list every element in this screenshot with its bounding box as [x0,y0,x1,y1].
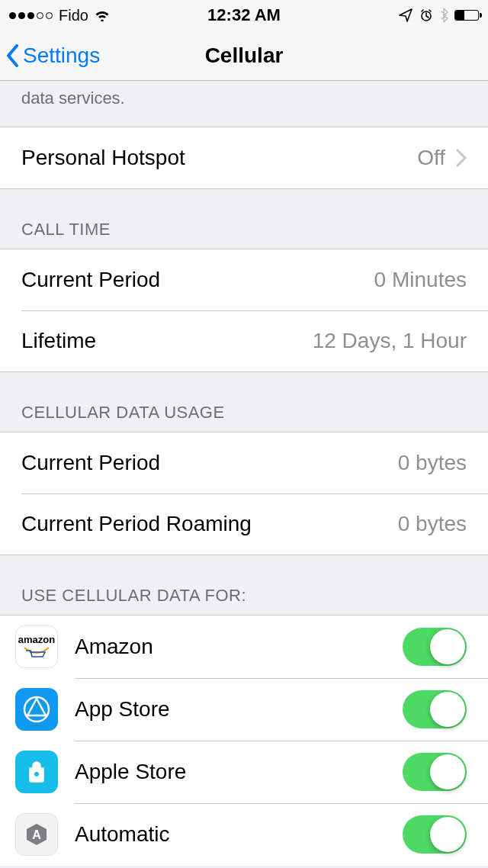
app-label: Apple Store [75,760,403,784]
app-row-appstore: App Store [0,678,488,741]
row-value: Off [417,146,467,170]
row-value: 0 bytes [398,451,467,475]
row-label: Lifetime [21,329,96,353]
group-call-time: Current Period 0 Minutes Lifetime 12 Day… [0,249,488,372]
automatic-icon: A [15,813,58,856]
wifi-icon [95,9,110,21]
chevron-left-icon [6,44,20,67]
signal-strength-icon [9,12,53,19]
group-apps: amazon Amazon App Store Apple Store A [0,615,488,866]
toggle-appstore[interactable] [403,690,467,728]
row-label: Current Period Roaming [21,512,252,536]
row-label: Personal Hotspot [21,146,185,170]
app-row-amazon: amazon Amazon [0,616,488,678]
section-header-call-time: CALL TIME [0,189,488,249]
nav-bar: Settings Cellular [0,31,488,81]
row-lifetime: Lifetime 12 Days, 1 Hour [0,310,488,371]
toggle-automatic[interactable] [403,815,467,854]
svg-text:A: A [32,828,41,841]
row-personal-hotspot[interactable]: Personal Hotspot Off [0,127,488,188]
hotspot-value: Off [417,146,445,170]
row-value: 0 Minutes [374,268,467,292]
location-icon [398,8,413,23]
app-label: Automatic [75,822,403,847]
app-row-applestore: Apple Store [0,741,488,803]
description-text: data services. [0,81,488,127]
status-bar: Fido 12:32 AM [0,0,488,31]
carrier-label: Fido [59,7,88,24]
back-button[interactable]: Settings [6,43,100,68]
group-hotspot: Personal Hotspot Off [0,127,488,189]
status-right [398,8,479,23]
row-current-period-data: Current Period 0 bytes [0,432,488,493]
status-time: 12:32 AM [207,5,281,25]
app-label: App Store [75,697,403,722]
row-label: Current Period [21,268,160,292]
status-left: Fido [9,7,110,24]
amazon-icon: amazon [15,625,58,668]
section-header-apps: USE CELLULAR DATA FOR: [0,555,488,615]
svg-point-1 [24,697,49,722]
appstore-icon [15,688,58,731]
bluetooth-icon [439,8,448,23]
battery-icon [454,10,479,21]
section-header-data-usage: CELLULAR DATA USAGE [0,372,488,432]
app-row-automatic: A Automatic [0,803,488,866]
content[interactable]: data services. Personal Hotspot Off CALL… [0,81,488,868]
back-label: Settings [23,43,100,68]
applestore-icon [15,751,58,793]
app-label: Amazon [75,635,403,659]
row-value: 12 Days, 1 Hour [313,329,467,353]
row-current-period-call: Current Period 0 Minutes [0,249,488,310]
row-label: Current Period [21,451,160,475]
toggle-applestore[interactable] [403,753,467,791]
alarm-icon [419,8,433,22]
page-title: Cellular [205,43,284,68]
group-data-usage: Current Period 0 bytes Current Period Ro… [0,432,488,555]
toggle-amazon[interactable] [403,628,467,666]
svg-point-2 [34,772,39,776]
row-value: 0 bytes [398,512,467,536]
row-current-period-roaming: Current Period Roaming 0 bytes [0,493,488,555]
chevron-right-icon [456,149,467,167]
